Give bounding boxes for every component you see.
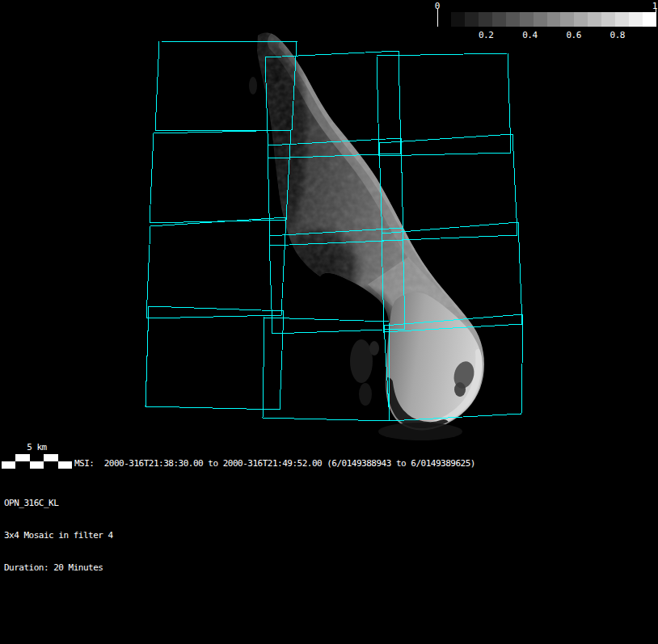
- colorbar-step: [492, 12, 506, 27]
- duration: Duration: 20 Minutes: [4, 562, 113, 574]
- colorbar-step: [437, 12, 451, 27]
- colorbar-step: [601, 12, 615, 27]
- scalebar-cell: [30, 461, 44, 469]
- colorbar-step: [451, 12, 465, 27]
- scalebar-cell: [58, 454, 72, 461]
- colorbar-step: [629, 12, 643, 27]
- asteroid-fragment: [350, 339, 373, 383]
- colorbar-min-label: 0: [435, 1, 440, 11]
- scalebar-cell: [15, 454, 29, 461]
- observation-info: OPN_316C_KL 3x4 Mosaic in filter 4 Durat…: [4, 477, 113, 584]
- colorbar-step: [506, 12, 520, 27]
- asteroid-fragment: [359, 383, 372, 406]
- colorbar-step: [465, 12, 479, 27]
- colorbar-step: [574, 12, 588, 27]
- colorbar-step: [520, 12, 534, 27]
- scalebar-label: 5 km: [2, 442, 72, 452]
- colorbar-tick-label: 0.8: [610, 30, 625, 40]
- status-line: MSI: 2000-316T21:38:30.00 to 2000-316T21…: [74, 458, 475, 469]
- mosaic-description: 3x4 Mosaic in filter 4: [4, 530, 113, 541]
- colorbar-step: [479, 12, 492, 27]
- colorbar-max-label: 1: [652, 1, 657, 11]
- scalebar-cell: [30, 454, 44, 461]
- colorbar-step: [560, 12, 574, 27]
- scalebar-cell: [44, 461, 57, 469]
- asteroid-fragment: [369, 341, 379, 356]
- sequence-id: OPN_316C_KL: [4, 498, 113, 509]
- scale-bar: [2, 454, 72, 469]
- colorbar-step: [534, 12, 547, 27]
- mosaic-footprint-r3c1: [146, 217, 286, 318]
- app-window: { "colorbar": { "min_label": "0", "max_l…: [0, 0, 658, 644]
- mosaic-footprint-r1c3: [377, 53, 511, 156]
- colorbar-gradient: [437, 12, 656, 27]
- colorbar-step: [615, 12, 629, 27]
- scalebar-cell: [58, 461, 72, 469]
- mosaic-footprint-r2c1: [150, 130, 291, 223]
- scalebar-cell: [2, 461, 15, 469]
- colorbar-tick-label: 0.2: [479, 30, 493, 40]
- colorbar: 0 1 0.20.40.60.8: [437, 0, 656, 42]
- asteroid-bulb-crater-small: [454, 382, 466, 397]
- colorbar-step: [643, 12, 656, 27]
- asteroid-image: [243, 23, 501, 444]
- scalebar-cell: [15, 461, 29, 469]
- colorbar-step: [547, 12, 561, 27]
- colorbar-tick-label: 0.4: [522, 30, 537, 40]
- asteroid-fringe-bottom: [378, 423, 462, 440]
- colorbar-tick-label: 0.6: [566, 30, 580, 40]
- colorbar-tick-labels: 0.20.40.60.8: [437, 30, 656, 41]
- asteroid-fragment: [249, 77, 257, 95]
- scalebar-cell: [2, 454, 15, 461]
- colorbar-max-tick: [656, 9, 656, 27]
- colorbar-step: [588, 12, 601, 27]
- scalebar-cell: [44, 454, 57, 461]
- colorbar-min-tick: [437, 9, 438, 27]
